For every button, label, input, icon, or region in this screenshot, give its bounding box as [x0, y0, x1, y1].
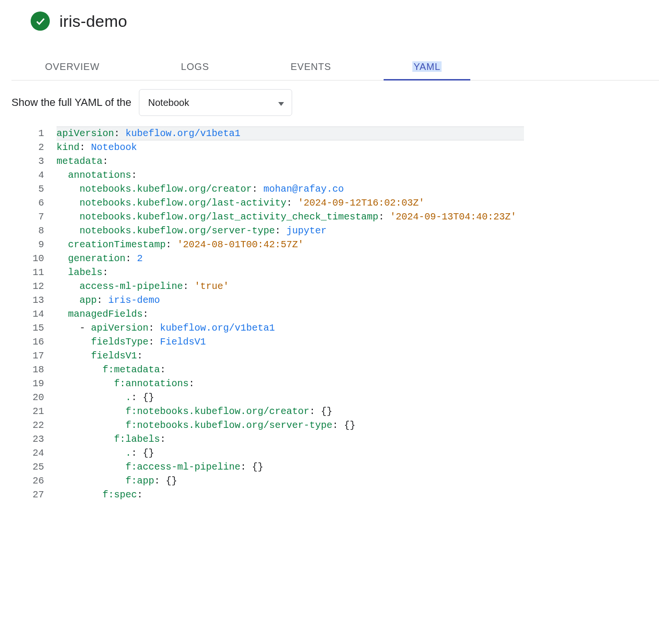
line-number: 17 [11, 349, 44, 363]
code-token: : [252, 184, 263, 195]
yaml-object-select[interactable]: Notebook [139, 89, 292, 116]
tab-logs[interactable]: LOGS [176, 55, 214, 80]
code-token: kubeflow.org/v1beta1 [125, 128, 240, 139]
line-number: 9 [11, 238, 44, 252]
code-token: 'true' [194, 281, 229, 292]
code-token: : [131, 170, 137, 181]
chevron-down-icon [278, 97, 284, 108]
code-line[interactable]: notebooks.kubeflow.org/last-activity: '2… [57, 196, 524, 210]
code-token: {} [166, 475, 177, 486]
code-token: kind [57, 142, 80, 153]
code-line[interactable]: f:notebooks.kubeflow.org/creator: {} [57, 404, 524, 418]
code-token: {} [252, 461, 263, 472]
code-line[interactable]: access-ml-pipeline: 'true' [57, 279, 524, 293]
code-line[interactable]: fieldsType: FieldsV1 [57, 335, 524, 349]
code-line[interactable]: f:annotations: [57, 377, 524, 391]
code-token: 2 [137, 253, 143, 264]
code-token: : [97, 295, 108, 306]
code-token: . [125, 448, 131, 459]
code-token: iris-demo [108, 295, 160, 306]
code-token: labels [68, 267, 102, 278]
code-line[interactable]: managedFields: [57, 307, 524, 321]
code-line[interactable]: labels: [57, 265, 524, 279]
code-token: f:annotations [114, 378, 189, 389]
line-number: 12 [11, 279, 44, 293]
code-token: app [80, 295, 97, 306]
code-token: notebooks.kubeflow.org/last_activity_che… [80, 211, 378, 222]
code-line[interactable]: f:labels: [57, 432, 524, 446]
code-area[interactable]: apiVersion: kubeflow.org/v1beta1kind: No… [57, 126, 524, 502]
code-line[interactable]: notebooks.kubeflow.org/creator: mohan@ra… [57, 182, 524, 196]
code-token: f:access-ml-pipeline [125, 461, 240, 472]
line-number-gutter: 1234567891011121314151617181920212223242… [11, 126, 57, 502]
line-number: 16 [11, 335, 44, 349]
status-check-icon [31, 12, 50, 31]
line-number: 26 [11, 474, 44, 488]
code-line[interactable]: fieldsV1: [57, 349, 524, 363]
code-line[interactable]: f:metadata: [57, 363, 524, 377]
tab-overview[interactable]: OVERVIEW [40, 55, 104, 80]
code-line[interactable]: app: iris-demo [57, 293, 524, 307]
code-line[interactable]: .: {} [57, 446, 524, 460]
code-token: : [143, 309, 148, 320]
line-number: 25 [11, 460, 44, 474]
code-token: : [137, 350, 143, 361]
code-token: fieldsV1 [91, 350, 137, 361]
tab-bar: OVERVIEW LOGS EVENTS YAML [11, 55, 659, 80]
yaml-editor[interactable]: 1234567891011121314151617181920212223242… [11, 126, 524, 502]
code-token: notebooks.kubeflow.org/creator [80, 184, 252, 195]
code-token: {} [143, 448, 154, 459]
code-line[interactable]: f:spec: [57, 488, 524, 502]
code-token: : [166, 239, 177, 250]
code-line[interactable]: f:notebooks.kubeflow.org/server-type: {} [57, 418, 524, 432]
filter-prefix-text: Show the full YAML of the [11, 96, 131, 109]
code-token: {} [321, 406, 332, 417]
code-token: notebooks.kubeflow.org/last-activity [80, 197, 286, 208]
page-root: iris-demo OVERVIEW LOGS EVENTS YAML Show… [0, 0, 659, 502]
code-token: access-ml-pipeline [80, 281, 183, 292]
line-number: 10 [11, 252, 44, 265]
code-token: metadata [57, 156, 102, 167]
page-title: iris-demo [59, 12, 127, 31]
code-line[interactable]: metadata: [57, 154, 524, 168]
code-token: : [160, 364, 166, 375]
code-token: annotations [68, 170, 131, 181]
code-token: - [80, 322, 91, 334]
code-token: : [102, 156, 108, 167]
line-number: 27 [11, 488, 44, 502]
code-token: fieldsType [91, 336, 148, 347]
code-line[interactable]: - apiVersion: kubeflow.org/v1beta1 [57, 321, 524, 335]
line-number: 18 [11, 363, 44, 377]
code-token: managedFields [68, 309, 143, 320]
tab-events[interactable]: EVENTS [286, 55, 336, 80]
code-token: apiVersion [57, 128, 114, 139]
code-line[interactable]: .: {} [57, 391, 524, 404]
code-line[interactable]: notebooks.kubeflow.org/last_activity_che… [57, 210, 524, 224]
line-number: 15 [11, 321, 44, 335]
code-token: : [189, 378, 194, 389]
code-token: f:metadata [102, 364, 160, 375]
line-number: 5 [11, 182, 44, 196]
line-number: 8 [11, 224, 44, 238]
code-line[interactable]: kind: Notebook [57, 140, 524, 154]
line-number: 4 [11, 168, 44, 182]
line-number: 11 [11, 265, 44, 279]
code-line[interactable]: f:app: {} [57, 474, 524, 488]
code-token: : [286, 197, 298, 208]
code-token: : [137, 489, 143, 500]
code-token: f:notebooks.kubeflow.org/creator [125, 406, 309, 417]
code-line[interactable]: annotations: [57, 168, 524, 182]
code-line[interactable]: f:access-ml-pipeline: {} [57, 460, 524, 474]
svg-marker-0 [278, 102, 284, 106]
line-number: 3 [11, 154, 44, 168]
code-line[interactable]: creationTimestamp: '2024-08-01T00:42:57Z… [57, 238, 524, 252]
code-token: : [131, 392, 143, 403]
tab-events-label: EVENTS [291, 61, 331, 72]
line-number: 19 [11, 377, 44, 391]
tab-yaml[interactable]: YAML [408, 55, 446, 80]
code-line[interactable]: apiVersion: kubeflow.org/v1beta1 [57, 126, 524, 140]
code-line[interactable]: generation: 2 [57, 252, 524, 265]
code-line[interactable]: notebooks.kubeflow.org/server-type: jupy… [57, 224, 524, 238]
code-token: : [160, 434, 166, 445]
code-token: : [309, 406, 321, 417]
